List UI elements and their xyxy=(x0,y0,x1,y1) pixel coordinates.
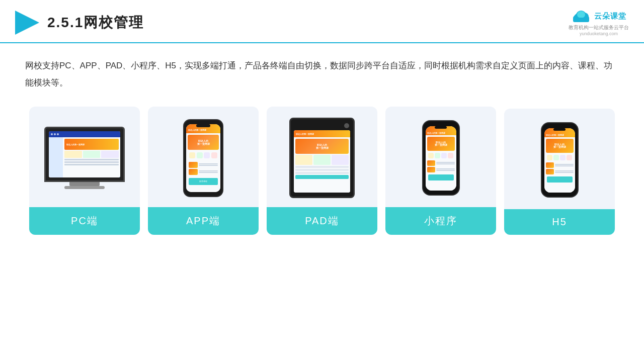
description-text: 网校支持PC、APP、PAD、小程序、H5，实现多端打通，产品各终端自由切换，数… xyxy=(25,57,619,92)
app-image-area: 职达人的第一堂网课 职达人的第一堂网课 xyxy=(148,107,259,207)
mini-phone-notch xyxy=(435,126,447,129)
pc-screen-outer: 职达人的第一堂网课 xyxy=(44,127,125,182)
header-left: 2.5.1网校管理 xyxy=(15,11,144,35)
logo-tagline: 教育机构一站式服务云平台 xyxy=(569,24,629,31)
app-label: APP端 xyxy=(148,207,259,235)
pc-stand xyxy=(69,182,100,186)
app-phone-mockup: 职达人的第一堂网课 职达人的第一堂网课 xyxy=(183,119,223,197)
device-card-miniapp: 职达人的第一堂网课 职达人的第一堂网课 xyxy=(385,107,496,235)
logo-area: 云朵课堂 教育机构一站式服务云平台 yunduoketang.com xyxy=(569,9,629,36)
h5-phone-notch xyxy=(553,128,566,131)
pc-screen-inner: 职达人的第一堂网课 xyxy=(49,131,120,177)
miniapp-label: 小程序 xyxy=(385,207,496,235)
tablet-screen: 职达人的第一堂网课 职达人的第一堂网课 xyxy=(294,130,350,193)
pc-image-area: 职达人的第一堂网课 xyxy=(29,107,140,207)
pad-image-area: 职达人的第一堂网课 职达人的第一堂网课 xyxy=(267,107,377,207)
h5-image-area: 职达人的第一堂网课 职达人的第一堂网课 xyxy=(504,109,615,209)
device-cards-container: 职达人的第一堂网课 xyxy=(25,107,619,235)
device-card-app: 职达人的第一堂网课 职达人的第一堂网课 xyxy=(148,107,259,235)
mini-phone-screen: 职达人的第一堂网课 职达人的第一堂网课 xyxy=(426,126,456,191)
pc-mockup: 职达人的第一堂网课 xyxy=(44,127,125,189)
svg-point-5 xyxy=(577,11,585,18)
cloud-logo-icon xyxy=(571,9,591,23)
h5-phone-screen: 职达人的第一堂网课 职达人的第一堂网课 xyxy=(544,128,575,193)
tablet-mockup: 职达人的第一堂网课 职达人的第一堂网课 xyxy=(289,118,355,198)
device-card-pc: 职达人的第一堂网课 xyxy=(29,107,140,235)
h5-label: H5 xyxy=(504,209,615,235)
play-icon xyxy=(15,11,39,35)
page-header: 2.5.1网校管理 云朵课堂 教育机构一站式服务云平台 yunduoketang… xyxy=(0,0,644,43)
svg-marker-0 xyxy=(15,11,39,35)
logo-text: 云朵课堂 xyxy=(594,12,626,21)
svg-rect-6 xyxy=(573,18,589,22)
tablet-home-button xyxy=(344,123,349,128)
miniapp-image-area: 职达人的第一堂网课 职达人的第一堂网课 xyxy=(385,107,496,207)
logo-icon: 云朵课堂 xyxy=(571,9,626,23)
phone-screen: 职达人的第一堂网课 职达人的第一堂网课 xyxy=(186,124,220,192)
logo-url: yunduoketang.com xyxy=(580,31,618,36)
miniapp-phone-mockup: 职达人的第一堂网课 职达人的第一堂网课 xyxy=(422,120,460,196)
pc-base xyxy=(64,186,105,189)
pc-label: PC端 xyxy=(29,207,140,235)
page-title: 2.5.1网校管理 xyxy=(47,13,144,32)
phone-notch xyxy=(196,124,210,127)
main-content: 网校支持PC、APP、PAD、小程序、H5，实现多端打通，产品各终端自由切换，数… xyxy=(0,43,644,245)
device-card-h5: 职达人的第一堂网课 职达人的第一堂网课 xyxy=(504,109,615,235)
device-card-pad: 职达人的第一堂网课 职达人的第一堂网课 xyxy=(267,107,377,235)
h5-phone-mockup: 职达人的第一堂网课 职达人的第一堂网课 xyxy=(541,122,579,198)
pad-label: PAD端 xyxy=(267,207,377,235)
